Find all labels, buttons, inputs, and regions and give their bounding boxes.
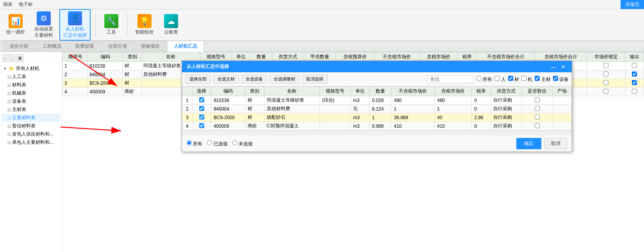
locked-checkbox[interactable] [603,71,608,77]
dialog-minimize-btn[interactable]: — [549,64,558,70]
search-input[interactable] [427,75,474,83]
rb-selected-label[interactable]: 已选值 [207,140,227,147]
cb-cai[interactable] [508,76,513,81]
zanggu-checkbox[interactable] [535,97,540,102]
btn-cancel-select[interactable]: 取消选择 [302,75,328,84]
tab-fenbu[interactable]: 分部分项 [102,41,134,52]
menu-electronic[interactable]: 电子标 [19,1,33,8]
gongju-icon: 🔧 [104,14,118,28]
cb-shebei-label[interactable]: 设备 [553,76,569,83]
dlg-col-tax: 含税市场价 [435,87,472,96]
zanggu-checkbox[interactable] [535,123,540,128]
rb-all-filter[interactable] [187,140,192,145]
toolbar-sep-2 [127,13,127,37]
dlg-col-code: 编码 [211,87,245,96]
col-seq: 顺序号 [63,52,88,62]
tab-rencaiji[interactable]: 人材机汇总 [167,41,204,52]
tree-expand-all: ▼ [3,66,7,71]
cb-shebei[interactable] [553,76,558,81]
output-checkbox[interactable] [632,63,637,68]
row-checkbox[interactable] [199,114,204,120]
locked-checkbox[interactable] [603,89,608,94]
tree-item-zangucl[interactable]: □ 暂估材料表 [2,122,61,130]
row-checkbox[interactable] [199,106,204,111]
tree-item-all[interactable]: ▼ 📁 所有人材机 [2,64,61,73]
tree-item-shebei[interactable]: □ 设备表 [2,97,61,105]
col-type: 类别 [123,52,141,62]
cb-ren[interactable] [494,76,500,81]
btn-select-main[interactable]: 全选主材 [213,75,239,84]
tree-file-icon-rengong: □ [8,74,11,80]
sidebar-btn-grid[interactable]: ▣ [16,54,24,62]
tree-item-cailiao[interactable]: □ 材料表 [2,81,61,89]
dialog-footer-buttons: 确定 取消 [516,138,567,149]
row-checkbox[interactable] [199,123,204,128]
tree-item-rengong[interactable]: □ 人工表 [2,73,61,81]
output-checkbox[interactable] [632,71,637,77]
tree-item-jixie[interactable]: □ 机械表 [2,89,61,97]
btn-gongju-label: 工具 [107,29,116,36]
dialog-table-wrap: 选择 编码 类别 名称 规格型号 单位 数量 不含税市场价 含税市场价 税率 供… [182,86,572,130]
tab-gongcheng[interactable]: 工程概况 [36,41,68,52]
btn-select-adjust[interactable]: 全选调整材 [269,75,300,84]
tree-file-icon-shebei: □ [8,99,11,104]
zanggu-checkbox[interactable] [535,106,540,111]
btn-zhineng[interactable]: 💡 智能组价 [132,13,157,37]
dialog-scrollbar[interactable] [182,130,572,135]
cb-all-label[interactable]: 所有 [476,76,492,83]
cb-cai-label[interactable]: 材 [508,76,519,83]
radio-group: 所有 已选值 未选值 [187,140,253,147]
cb-ji-label[interactable]: 机 [521,76,532,83]
tree-item-chengbao[interactable]: □ 承包人主要材料和... [2,138,61,147]
dialog-table-row[interactable]: 1810238材同混凝土等级砂浆(综合)m30.0284804800自行采购 [182,96,572,105]
row-checkbox[interactable] [199,97,204,102]
rb-unselected-filter[interactable] [232,140,237,145]
btn-tongyi[interactable]: 📊 统一调价 [3,13,28,37]
confirm-button[interactable]: 确定 [516,138,541,149]
zanggu-checkbox[interactable] [535,114,540,120]
cb-ren-label[interactable]: 人 [494,76,505,83]
cb-zhucai-label[interactable]: 主材 [535,76,550,83]
btn-cailiao[interactable]: 👤 从人材机汇总中选择 [59,9,91,41]
sidebar-btn-up[interactable]: ↑ [2,54,9,62]
tree-label-chengbao: 承包人主要材料和... [12,139,54,146]
dlg-col-rate: 税率 [472,87,491,96]
rb-unselected-label[interactable]: 未选值 [232,140,253,147]
rb-all-label[interactable]: 所有 [187,140,202,147]
output-checkbox[interactable] [632,80,637,85]
dialog-close-btn[interactable]: ✕ [559,64,567,70]
btn-select-equip[interactable]: 全选设备 [241,75,267,84]
top-right-button[interactable]: 未做完 [621,0,644,9]
output-checkbox[interactable] [632,89,637,94]
tab-cuoshi[interactable]: 措施项目 [134,41,166,52]
dialog-table-row[interactable]: 3BC9-2000材级配砂石m3138.888402.86自行采购 [182,113,572,122]
btn-tongyi-label: 统一调价 [6,29,25,36]
locked-checkbox[interactable] [603,80,608,85]
tree-file-icon-chengbao: □ [8,140,11,145]
tree-item-zhuyaocl[interactable]: □ 主要材料表 [2,114,61,122]
tree-item-fabao[interactable]: □ 发包人供应材料和... [2,130,61,138]
cailiao-icon: 👤 [68,11,82,25]
rb-selected-filter[interactable] [207,140,212,145]
btn-yunjian[interactable]: ☁ 云检查 [160,13,182,37]
tab-qushe[interactable]: 取费设置 [69,41,101,52]
sidebar-btn-down[interactable]: ↓ [9,54,16,62]
btn-zidong[interactable]: ⚙ 自动设置主要材料 [31,10,56,40]
tree-label-zhuyaocl: 主要材料表 [12,114,36,121]
col-notax-market: 不含税市场价 [374,52,419,62]
locked-checkbox[interactable] [603,63,608,68]
cancel-button[interactable]: 取消 [544,138,567,149]
btn-gongju[interactable]: 🔧 工具 [100,13,122,37]
cb-zhucai[interactable] [535,76,540,81]
tab-zaojia[interactable]: 造价分析 [3,41,35,52]
btn-select-all[interactable]: 选择全部 [185,75,211,84]
dialog-table-row[interactable]: 2840004材其他材料费元6.124110自行采购 [182,105,572,113]
rb-all-text: 所有 [193,141,202,147]
tree-label-zhuyao: 主材表 [12,106,26,113]
menu-reports[interactable]: 报表 [3,1,12,8]
rb-all[interactable] [476,76,482,81]
cb-ji[interactable] [521,76,526,81]
dialog-table-row[interactable]: 4400009商砼C30预拌混凝土m30.9884104100自行采购 [182,122,572,130]
zidong-icon: ⚙ [37,11,51,25]
tree-item-zhuyao[interactable]: □ 主材表 [2,105,61,114]
